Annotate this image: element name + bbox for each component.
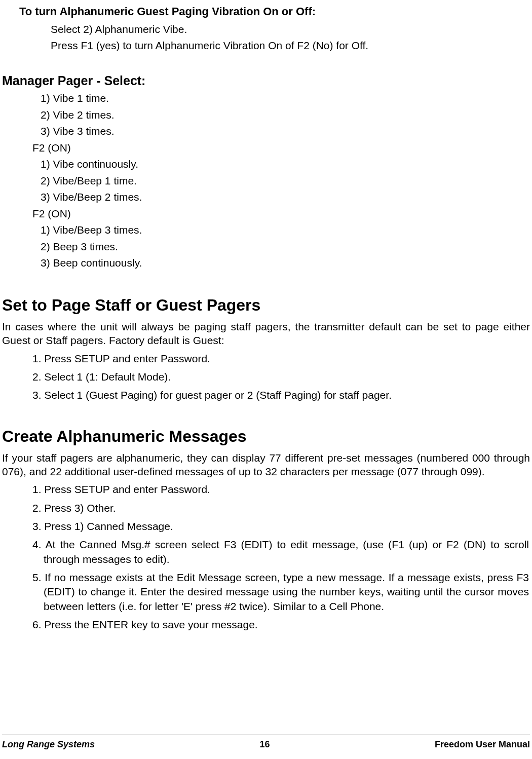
alpha-vibe-line1: Select 2) Alphanumeric Vibe. xyxy=(51,21,532,37)
page-footer: Long Range Systems 16 Freedom User Manua… xyxy=(2,735,530,750)
manager-group2-item2: 2) Vibe/Beep 1 time. xyxy=(41,173,532,189)
manager-group3-item2: 2) Beep 3 times. xyxy=(41,239,532,255)
manager-group1-item2: 2) Vibe 2 times. xyxy=(41,107,532,124)
create-alpha-step5: 5. If no message exists at the Edit Mess… xyxy=(32,571,529,614)
create-alpha-step4: 4. At the Canned Msg.# screen select F3 … xyxy=(32,538,529,566)
manager-group2-item3: 3) Vibe/Beep 2 times. xyxy=(41,189,532,206)
set-page-step2: 2. Select 1 (1: Default Mode). xyxy=(32,370,529,384)
manager-f2-2: F2 (ON) xyxy=(32,206,532,222)
alpha-vibe-line2: Press F1 (yes) to turn Alphanumeric Vibr… xyxy=(51,37,532,54)
set-page-step1: 1. Press SETUP and enter Password. xyxy=(32,352,529,366)
set-page-step3: 3. Select 1 (Guest Paging) for guest pag… xyxy=(32,388,529,402)
footer-right: Freedom User Manual xyxy=(435,739,530,750)
footer-page-number: 16 xyxy=(259,739,270,750)
manager-group3-item3: 3) Beep continuously. xyxy=(41,255,532,272)
manager-pager-heading: Manager Pager - Select: xyxy=(2,73,532,88)
footer-left: Long Range Systems xyxy=(2,739,95,750)
create-alpha-step6: 6. Press the ENTER key to save your mess… xyxy=(32,618,529,632)
manager-group1-item3: 3) Vibe 3 times. xyxy=(41,123,532,140)
set-page-heading: Set to Page Staff or Guest Pagers xyxy=(2,296,532,315)
create-alpha-step3: 3. Press 1) Canned Message. xyxy=(32,519,529,534)
manager-group2-item1: 1) Vibe continuously. xyxy=(41,156,532,173)
create-alpha-step2: 2. Press 3) Other. xyxy=(32,501,529,515)
set-page-intro: In cases where the unit will always be p… xyxy=(2,320,530,348)
manager-group3-item1: 1) Vibe/Beep 3 times. xyxy=(41,222,532,239)
create-alpha-intro: If your staff pagers are alphanumeric, t… xyxy=(2,451,530,479)
manager-f2-1: F2 (ON) xyxy=(32,140,532,157)
alpha-vibe-heading: To turn Alphanumeric Guest Paging Vibrat… xyxy=(19,5,532,18)
manager-group1-item1: 1) Vibe 1 time. xyxy=(41,90,532,107)
create-alpha-heading: Create Alphanumeric Messages xyxy=(2,427,532,446)
create-alpha-step1: 1. Press SETUP and enter Password. xyxy=(32,482,529,497)
